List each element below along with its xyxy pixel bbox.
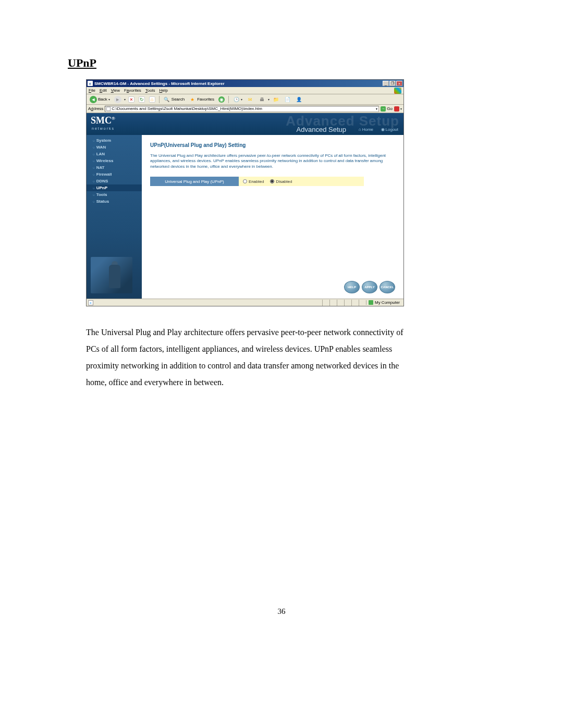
page-title: Advanced Setup xyxy=(297,126,346,133)
bullet-icon: ○ xyxy=(93,180,95,183)
panel-description: The Universal Plug and Play architecture… xyxy=(150,153,395,169)
maximize-button[interactable]: ❐ xyxy=(389,81,396,86)
search-button[interactable]: 🔍Search xyxy=(162,95,186,104)
address-dropdown-icon[interactable]: ▾ xyxy=(376,107,377,110)
setting-label: Universal Plug and Play (UPnP) xyxy=(150,177,239,186)
sidebar-item-wan[interactable]: ○WAN xyxy=(87,144,142,151)
sidebar-item-upnp[interactable]: ○UPnP xyxy=(87,184,142,191)
close-button[interactable]: × xyxy=(396,81,402,86)
favorites-button[interactable]: ★Favorites xyxy=(187,95,216,104)
sidebar-item-status[interactable]: ○Status xyxy=(87,198,142,205)
sidebar-item-tools[interactable]: ○Tools xyxy=(87,191,142,198)
my-computer-icon xyxy=(369,300,373,305)
go-icon: → xyxy=(381,106,386,112)
sidebar-item-wireless[interactable]: ○Wireless xyxy=(87,157,142,164)
sidebar-item-lan[interactable]: ○LAN xyxy=(87,151,142,157)
cancel-button[interactable]: CANCEL xyxy=(380,281,395,293)
status-bar: e My Computer xyxy=(87,299,403,306)
forward-button[interactable]: ► xyxy=(113,95,123,104)
help-button[interactable]: HELP xyxy=(344,281,360,293)
menu-bar: File Edit View Favorites Tools Help xyxy=(87,87,403,94)
upnp-setting-row: Universal Plug and Play (UPnP) Enabled D… xyxy=(150,177,395,186)
menu-file[interactable]: File xyxy=(89,88,95,93)
links-icon xyxy=(394,106,399,112)
logout-link[interactable]: ◉Logout xyxy=(381,127,398,132)
sidebar-item-system[interactable]: ○System xyxy=(87,137,142,144)
logout-icon: ◉ xyxy=(381,127,385,132)
setting-value: Enabled Disabled xyxy=(239,177,364,186)
address-text: C:\Documents and Settings\Zsolt Mahunka\… xyxy=(112,106,375,111)
bullet-icon: ○ xyxy=(93,159,95,163)
search-icon: 🔍 xyxy=(163,96,170,103)
status-cells xyxy=(322,300,366,306)
home-link[interactable]: ⌂Home xyxy=(359,127,373,132)
discuss-button[interactable]: 📄 xyxy=(282,95,292,104)
home-button[interactable]: ⌂ xyxy=(148,96,157,103)
print-dropdown[interactable]: ▾ xyxy=(268,97,270,101)
bullet-icon: ○ xyxy=(93,166,95,169)
sidebar-item-firewall[interactable]: ○Firewall xyxy=(87,171,142,178)
disabled-radio-label[interactable]: Disabled xyxy=(270,179,292,184)
go-button[interactable]: →Go xyxy=(381,106,393,112)
enabled-radio-label[interactable]: Enabled xyxy=(243,179,264,184)
star-icon: ★ xyxy=(189,96,196,103)
stop-button[interactable]: × xyxy=(127,96,136,103)
menu-edit[interactable]: Edit xyxy=(100,88,107,93)
sidebar-item-ddns[interactable]: ○DDNS xyxy=(87,178,142,184)
sidebar-decorative-image xyxy=(91,257,132,293)
media-button[interactable]: ◉ xyxy=(217,96,226,103)
zone-label: My Computer xyxy=(375,300,400,305)
stop-icon: × xyxy=(128,96,134,103)
bullet-icon: ○ xyxy=(93,146,95,149)
menu-help[interactable]: Help xyxy=(160,88,168,93)
links-button[interactable]: ▾ xyxy=(394,106,402,112)
toolbar-separator xyxy=(159,96,160,103)
router-header: SMC® Networks Advanced Setup Advanced Se… xyxy=(87,113,403,135)
back-icon: ◄ xyxy=(90,96,97,103)
refresh-icon: ↻ xyxy=(139,96,145,103)
messenger-icon: 👤 xyxy=(295,96,302,103)
toolbar: ◄Back▾ ► ▾ × ↻ ⌂ 🔍Search ★Favorites ◉ 🕒▾… xyxy=(87,94,403,105)
bullet-icon: ○ xyxy=(93,187,95,190)
menu-favorites[interactable]: Favorites xyxy=(124,88,141,93)
menu-view[interactable]: View xyxy=(111,88,120,93)
sidebar-item-nat[interactable]: ○NAT xyxy=(87,164,142,171)
print-button[interactable]: 🖶 xyxy=(256,95,267,104)
document-heading: UPnP xyxy=(68,56,495,70)
apply-button[interactable]: APPLY xyxy=(362,281,377,293)
forward-icon: ► xyxy=(114,96,121,103)
address-label: Address xyxy=(88,106,103,111)
address-input[interactable]: C:\Documents and Settings\Zsolt Mahunka\… xyxy=(105,106,379,112)
disabled-radio[interactable] xyxy=(270,179,274,183)
back-button[interactable]: ◄Back▾ xyxy=(88,95,112,104)
main-panel: UPnP(Universal Plug and Play) Setting Th… xyxy=(142,135,403,299)
browser-window: e SMCWBR14-GM - Advanced Settings - Micr… xyxy=(86,79,404,306)
history-button[interactable]: 🕒▾ xyxy=(231,95,244,104)
print-icon: 🖶 xyxy=(258,96,265,103)
bullet-icon: ○ xyxy=(93,139,95,142)
web-content: SMC® Networks Advanced Setup Advanced Se… xyxy=(87,113,403,299)
document-body-text: The Universal Plug and Play architecture… xyxy=(86,324,409,391)
done-icon: e xyxy=(88,300,93,305)
panel-title: UPnP(Universal Plug and Play) Setting xyxy=(150,142,395,148)
enabled-radio[interactable] xyxy=(243,179,247,183)
mail-button[interactable]: ✉ xyxy=(245,95,255,104)
menu-tools[interactable]: Tools xyxy=(145,88,155,93)
refresh-button[interactable]: ↻ xyxy=(137,96,146,103)
home-icon: ⌂ xyxy=(149,96,155,103)
history-icon: 🕒 xyxy=(232,96,240,103)
edit-button[interactable]: 📁 xyxy=(271,95,281,104)
bullet-icon: ○ xyxy=(93,200,95,203)
media-icon: ◉ xyxy=(218,96,225,103)
page-icon xyxy=(106,107,111,111)
folder-icon: 📁 xyxy=(272,96,279,103)
window-title: SMCWBR14-GM - Advanced Settings - Micros… xyxy=(94,81,383,86)
minimize-button[interactable]: _ xyxy=(383,81,389,86)
page-number: 36 xyxy=(278,607,286,616)
window-title-bar: e SMCWBR14-GM - Advanced Settings - Micr… xyxy=(87,80,403,87)
brand-subtext: Networks xyxy=(92,127,115,130)
messenger-button[interactable]: 👤 xyxy=(293,95,304,104)
forward-dropdown[interactable]: ▾ xyxy=(124,97,126,101)
bullet-icon: ○ xyxy=(93,173,95,176)
address-bar: Address C:\Documents and Settings\Zsolt … xyxy=(87,105,403,113)
